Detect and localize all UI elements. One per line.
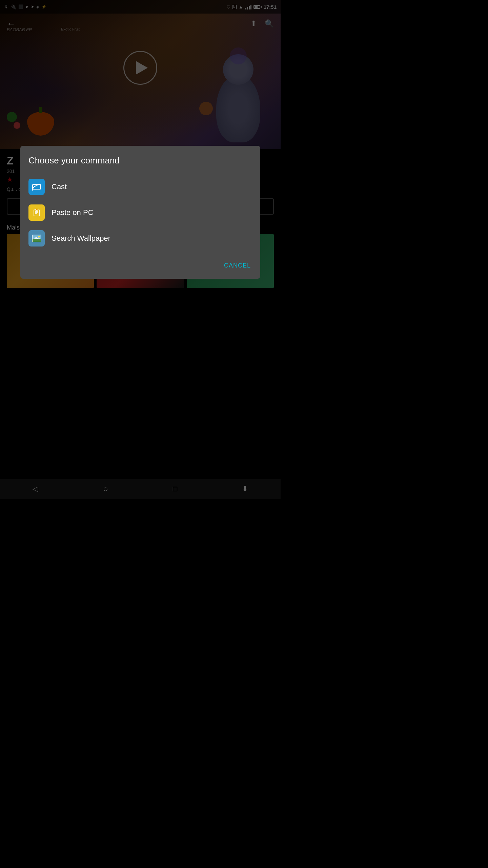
paste-item-label: Paste on PC — [52, 208, 94, 217]
cancel-button[interactable]: CANCEL — [223, 259, 252, 272]
cast-svg-icon — [32, 183, 41, 191]
svg-rect-5 — [36, 209, 38, 210]
dialog-cancel-row: CANCEL — [28, 257, 252, 272]
dialog-item-cast[interactable]: Cast — [28, 174, 252, 200]
cast-item-label: Cast — [52, 182, 67, 191]
dialog-item-wallpaper[interactable]: Search Wallpaper — [28, 225, 252, 251]
choose-command-dialog: Choose your command Cast — [20, 146, 260, 279]
dialog-title: Choose your command — [28, 155, 252, 166]
wallpaper-item-label: Search Wallpaper — [52, 234, 110, 243]
wallpaper-svg-icon — [32, 234, 42, 243]
svg-point-14 — [38, 236, 40, 238]
paste-icon-box — [28, 204, 45, 221]
cast-icon-box — [28, 179, 45, 195]
wallpaper-icon-box — [28, 230, 45, 246]
dialog-item-paste[interactable]: Paste on PC — [28, 200, 252, 225]
paste-svg-icon — [32, 208, 41, 217]
svg-point-1 — [32, 189, 33, 191]
svg-rect-3 — [34, 210, 39, 216]
svg-rect-13 — [33, 239, 41, 242]
